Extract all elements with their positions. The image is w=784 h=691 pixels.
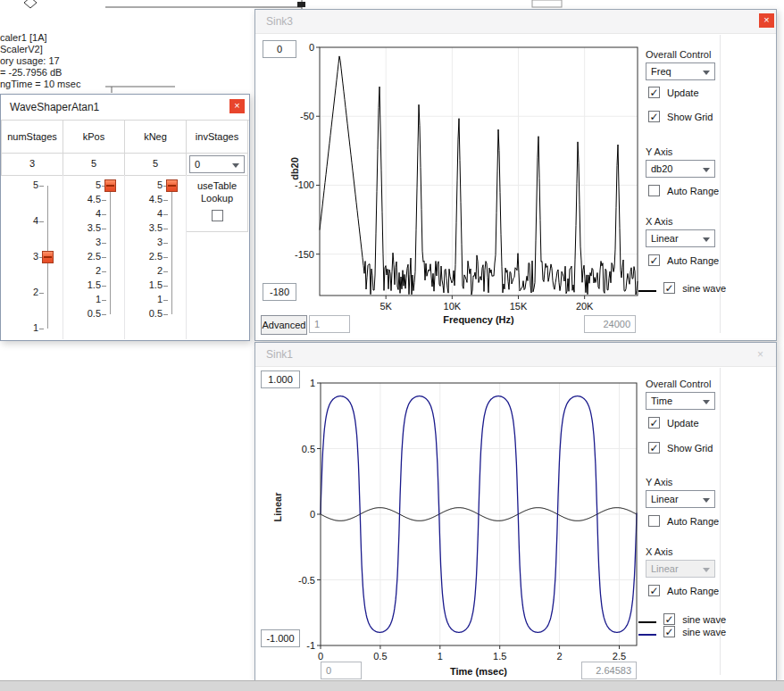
kNeg-slider-track[interactable] — [171, 186, 172, 314]
close-button[interactable]: × — [757, 348, 763, 361]
x-axis-title: Time (msec) — [412, 666, 546, 677]
y-tick-label: 0 — [309, 42, 314, 53]
update-checkbox[interactable]: ✓ — [648, 417, 660, 429]
dropdown-value: Linear — [651, 494, 679, 504]
window-title: WaveShaperAtan1 — [10, 101, 99, 113]
x-auto-range-row: ✓ Auto Range — [648, 585, 719, 597]
diamond-node — [24, 0, 37, 8]
overall-control-dropdown[interactable]: Time — [646, 392, 715, 410]
x-auto-range-checkbox[interactable]: ✓ — [648, 254, 660, 266]
y-axis-title: Linear — [272, 485, 283, 529]
legend-color-line — [638, 634, 656, 636]
info-line: ngTime = 10 msec — [0, 79, 80, 90]
dropdown-value: db20 — [651, 163, 672, 174]
legend-label: sine wave — [682, 282, 726, 295]
legend-row: ✓ sine wave — [638, 613, 726, 626]
dropdown-value: 0 — [195, 159, 200, 170]
x-axis-title: Frequency (Hz) — [412, 314, 546, 325]
overall-control-dropdown[interactable]: Freq — [646, 62, 715, 80]
kNeg-slider-handle[interactable] — [166, 179, 178, 192]
kPos-scale-label: 3.5 — [69, 222, 101, 234]
y-tick-label: -50 — [300, 111, 314, 121]
x-axis-dropdown[interactable]: Linear — [646, 560, 715, 578]
legend-checkbox[interactable]: ✓ — [663, 282, 675, 294]
column-header-kpos: kPos — [63, 120, 125, 154]
show-grid-checkbox[interactable]: ✓ — [648, 111, 660, 122]
kPos-slider-handle[interactable] — [104, 179, 116, 192]
kNeg-scale-label: 4.5 — [130, 194, 163, 205]
sink3-plot[interactable]: 5K10K15K20K0-50-100-150 — [289, 42, 645, 313]
legend-checkbox[interactable]: ✓ — [663, 626, 675, 637]
invstages-dropdown[interactable]: 0 — [189, 155, 245, 173]
show-grid-checkbox-row: ✓ Show Grid — [648, 111, 713, 123]
y-axis-dropdown[interactable]: Linear — [646, 490, 715, 508]
legend-checkbox[interactable]: ✓ — [663, 613, 675, 625]
y-tick-label: -100 — [295, 179, 314, 190]
close-button[interactable]: × — [759, 13, 774, 28]
tick-mark — [102, 286, 106, 287]
kpos-value[interactable]: 5 — [63, 153, 125, 176]
x-axis-dropdown[interactable]: Linear — [646, 229, 715, 247]
numStages-slider-handle[interactable] — [42, 251, 54, 263]
info-line: ory usage: 17 — [0, 55, 80, 67]
kNeg-scale-label: 2.5 — [130, 251, 163, 262]
kNeg-scale-label: 5 — [130, 179, 163, 191]
x-end-input[interactable]: 24000 — [584, 315, 636, 333]
column-header-numstages: numStages — [1, 120, 63, 154]
update-checkbox[interactable]: ✓ — [648, 87, 660, 98]
tick-mark — [102, 214, 106, 215]
info-line: = -25.7956 dB — [0, 67, 80, 79]
app-canvas: caler1 [1A] ScalerV2] ory usage: 17 = -2… — [0, 0, 784, 691]
kNeg-scale-label: 4 — [130, 208, 163, 220]
x-tick-label: 0.5 — [373, 651, 387, 662]
y-axis-section-label: Y Axis — [646, 146, 672, 157]
numstages-value[interactable]: 3 — [1, 153, 63, 176]
show-grid-label: Show Grid — [667, 442, 713, 454]
y-auto-range-checkbox[interactable] — [648, 185, 660, 196]
waveshaper-titlebar[interactable]: WaveShaperAtan1 × — [1, 95, 249, 121]
tick-mark — [163, 286, 168, 287]
dropdown-value: Freq — [651, 66, 671, 77]
tick-mark — [163, 314, 168, 315]
kPos-scale-label: 2 — [69, 265, 101, 277]
sink1-titlebar[interactable]: Sink1 × — [255, 343, 776, 367]
sink1-plot[interactable]: 00.511.522.510.50-0.5-1 — [290, 378, 644, 663]
tick-mark — [163, 271, 168, 272]
advanced-button[interactable]: Advanced — [261, 315, 307, 335]
y-tick-label: -1 — [306, 640, 315, 651]
tick-mark — [102, 314, 106, 315]
show-grid-checkbox[interactable]: ✓ — [648, 442, 660, 454]
kPos-scale-label: 2.5 — [69, 251, 101, 262]
kPos-slider-track[interactable] — [110, 186, 111, 314]
close-button[interactable]: × — [229, 99, 245, 113]
y-auto-range-checkbox[interactable] — [648, 515, 660, 527]
kNeg-scale-label: 1 — [130, 294, 163, 305]
kNeg-scale-label: 1.5 — [130, 279, 163, 291]
x-end-input[interactable]: 2.64583 — [581, 662, 637, 679]
window-title: Sink3 — [266, 15, 293, 28]
sink3-window: Sink3 × 0 -180 db20 5K10K15K20K0-50-100-… — [254, 9, 777, 341]
update-label: Update — [667, 417, 698, 429]
kNeg-scale-label: 2 — [130, 265, 163, 277]
x-tick-label: 0 — [318, 651, 323, 662]
x-start-input[interactable]: 0 — [321, 662, 362, 679]
kneg-value[interactable]: 5 — [124, 153, 187, 176]
spectrum-trace — [320, 56, 638, 295]
kNeg-scale-label: 3 — [130, 237, 163, 248]
y-axis-dropdown[interactable]: db20 — [646, 160, 715, 178]
x-auto-range-label: Auto Range — [667, 254, 719, 267]
y-auto-range-row: Auto Range — [648, 185, 719, 197]
chevron-down-icon — [703, 168, 710, 172]
y-axis-section-label: Y Axis — [646, 477, 672, 487]
y-tick-label: -0.5 — [298, 575, 315, 586]
y-tick-label: 0.5 — [302, 444, 315, 454]
tick-mark — [163, 243, 168, 244]
x-auto-range-checkbox[interactable]: ✓ — [648, 585, 660, 596]
wire-line-2 — [105, 87, 175, 93]
dropdown-value: Time — [651, 395, 672, 406]
sink3-titlebar[interactable]: Sink3 × — [255, 10, 776, 34]
x-start-input[interactable]: 1 — [309, 315, 350, 333]
update-label: Update — [667, 87, 698, 99]
update-checkbox-row: ✓ Update — [648, 87, 699, 99]
tick-mark — [39, 186, 44, 187]
